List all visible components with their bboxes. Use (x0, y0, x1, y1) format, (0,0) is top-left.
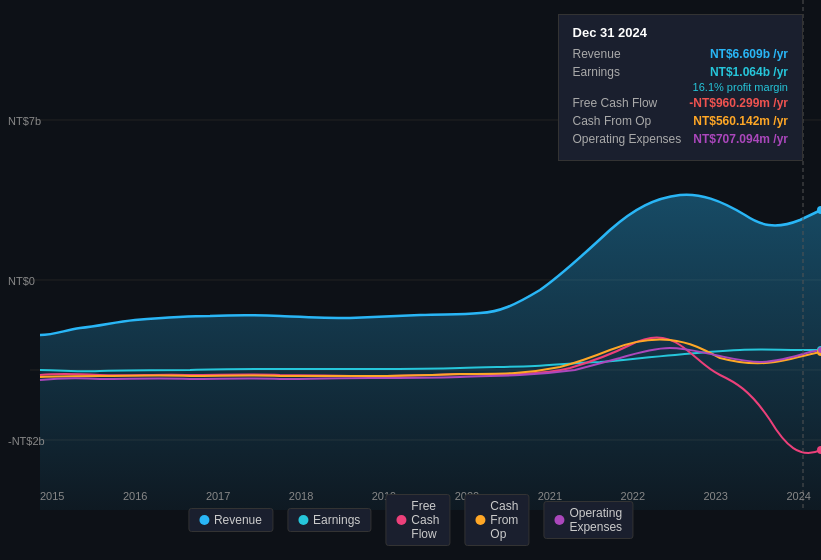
y-label-top: NT$7b (8, 115, 41, 127)
tooltip-row-revenue: Revenue NT$6.609b /yr (573, 47, 788, 61)
tooltip-row-earnings: Earnings NT$1.064b /yr (573, 65, 788, 79)
tooltip-title: Dec 31 2024 (573, 25, 788, 40)
earnings-dot (298, 515, 308, 525)
tooltip-card: Dec 31 2024 Revenue NT$6.609b /yr Earnin… (558, 14, 803, 161)
legend-item-cashfromop[interactable]: Cash From Op (464, 494, 529, 546)
tooltip-label-opex: Operating Expenses (573, 132, 682, 146)
y-label-bot: -NT$2b (8, 435, 45, 447)
legend-item-fcf[interactable]: Free Cash Flow (385, 494, 450, 546)
tooltip-label-revenue: Revenue (573, 47, 621, 61)
profit-margin-label: 16.1% profit margin (573, 81, 788, 93)
x-label-2023: 2023 (704, 490, 728, 502)
tooltip-row-cashfromop: Cash From Op NT$560.142m /yr (573, 114, 788, 128)
opex-dot (554, 515, 564, 525)
tooltip-value-revenue: NT$6.609b /yr (710, 47, 788, 61)
y-label-mid: NT$0 (8, 275, 35, 287)
tooltip-row-opex: Operating Expenses NT$707.094m /yr (573, 132, 788, 146)
legend: Revenue Earnings Free Cash Flow Cash Fro… (188, 494, 633, 546)
legend-item-opex[interactable]: Operating Expenses (543, 501, 633, 539)
tooltip-label-earnings: Earnings (573, 65, 620, 79)
tooltip-value-earnings: NT$1.064b /yr (710, 65, 788, 79)
legend-label-fcf: Free Cash Flow (411, 499, 439, 541)
fcf-dot (396, 515, 406, 525)
tooltip-label-fcf: Free Cash Flow (573, 96, 658, 110)
x-label-2024: 2024 (786, 490, 810, 502)
tooltip-label-cashfromop: Cash From Op (573, 114, 652, 128)
legend-label-cashfromop: Cash From Op (490, 499, 518, 541)
tooltip-row-fcf: Free Cash Flow -NT$960.299m /yr (573, 96, 788, 110)
legend-label-revenue: Revenue (214, 513, 262, 527)
revenue-dot (199, 515, 209, 525)
legend-item-earnings[interactable]: Earnings (287, 508, 371, 532)
cashfromop-dot (475, 515, 485, 525)
legend-item-revenue[interactable]: Revenue (188, 508, 273, 532)
legend-label-opex: Operating Expenses (569, 506, 622, 534)
tooltip-value-fcf: -NT$960.299m /yr (689, 96, 788, 110)
x-label-2015: 2015 (40, 490, 64, 502)
x-label-2016: 2016 (123, 490, 147, 502)
tooltip-value-opex: NT$707.094m /yr (693, 132, 788, 146)
legend-label-earnings: Earnings (313, 513, 360, 527)
tooltip-value-cashfromop: NT$560.142m /yr (693, 114, 788, 128)
